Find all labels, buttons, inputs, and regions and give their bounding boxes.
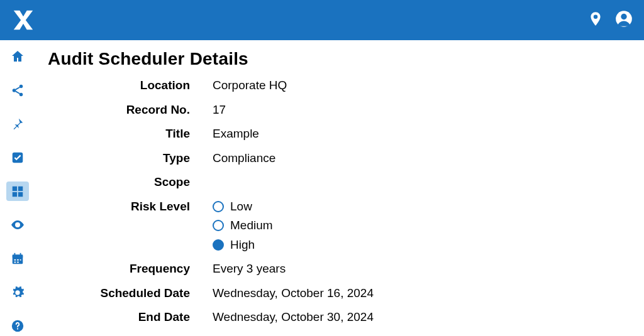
value-title: Example xyxy=(213,125,638,143)
radio-label: Medium xyxy=(230,217,273,235)
radio-icon xyxy=(213,201,224,212)
gear-icon xyxy=(11,286,25,300)
radio-label: High xyxy=(230,236,255,254)
risk-level-option-high[interactable]: High xyxy=(213,236,638,254)
value-type: Compliance xyxy=(213,149,638,168)
home-icon xyxy=(10,49,25,64)
sidebar-item-settings[interactable] xyxy=(6,283,29,303)
svg-rect-7 xyxy=(18,186,23,190)
svg-point-3 xyxy=(13,89,16,92)
label-scope: Scope xyxy=(48,173,190,192)
sidebar-item-grid[interactable] xyxy=(6,182,29,202)
checkbox-icon xyxy=(11,151,25,165)
pin-icon xyxy=(11,117,25,131)
page-title: Audit Scheduler Details xyxy=(48,49,638,69)
risk-level-option-medium[interactable]: Medium xyxy=(213,217,638,235)
sidebar-item-help[interactable] xyxy=(6,316,29,336)
sidebar-item-pin[interactable] xyxy=(6,114,29,134)
sidebar-item-eye[interactable] xyxy=(6,215,29,235)
value-scheduled-date: Wednesday, October 16, 2024 xyxy=(213,285,638,303)
label-end-date: End Date xyxy=(48,308,190,327)
user-account-icon[interactable] xyxy=(615,10,633,30)
radio-label: Low xyxy=(230,198,252,216)
svg-rect-15 xyxy=(17,259,19,261)
label-risk-level: Risk Level xyxy=(48,198,190,254)
sidebar-item-home[interactable] xyxy=(6,46,29,67)
svg-rect-12 xyxy=(14,253,16,256)
value-location: Corporate HQ xyxy=(213,77,638,95)
calendar-icon xyxy=(11,252,25,266)
svg-rect-6 xyxy=(13,186,17,190)
grid-icon xyxy=(11,185,25,198)
value-frequency: Every 3 years xyxy=(213,260,638,278)
app-logo xyxy=(11,8,35,32)
svg-rect-13 xyxy=(20,253,21,256)
risk-level-option-low[interactable]: Low xyxy=(213,198,638,216)
svg-point-2 xyxy=(19,84,23,88)
sidebar-nav xyxy=(0,40,35,336)
svg-rect-14 xyxy=(14,259,16,261)
svg-rect-18 xyxy=(20,259,21,261)
risk-level-options: Low Medium High xyxy=(213,198,638,254)
svg-rect-17 xyxy=(17,261,19,263)
value-scope xyxy=(213,173,638,192)
logo-x-icon xyxy=(11,8,35,32)
eye-icon xyxy=(10,217,25,232)
radio-icon xyxy=(213,220,224,231)
sidebar-item-calendar[interactable] xyxy=(6,249,29,269)
sidebar-item-share[interactable] xyxy=(6,80,29,100)
value-end-date: Wednesday, October 30, 2024 xyxy=(213,308,638,327)
sidebar-item-checkbox[interactable] xyxy=(6,148,29,168)
main-content: Audit Scheduler Details Location Corpora… xyxy=(35,40,644,336)
location-pin-icon[interactable] xyxy=(587,11,604,30)
share-icon xyxy=(11,84,25,97)
details-grid: Location Corporate HQ Record No. 17 Titl… xyxy=(48,77,638,327)
label-title: Title xyxy=(48,125,190,143)
svg-rect-8 xyxy=(13,192,17,196)
label-frequency: Frequency xyxy=(48,260,190,278)
header-actions xyxy=(587,10,633,30)
label-record-no: Record No. xyxy=(48,101,190,119)
svg-point-1 xyxy=(621,14,626,19)
label-location: Location xyxy=(48,77,190,95)
svg-rect-16 xyxy=(14,261,16,263)
svg-point-20 xyxy=(17,328,18,330)
svg-rect-11 xyxy=(13,254,23,257)
app-header xyxy=(0,0,644,40)
radio-icon xyxy=(213,239,224,251)
svg-point-4 xyxy=(19,92,23,96)
label-type: Type xyxy=(48,149,190,168)
label-scheduled-date: Scheduled Date xyxy=(48,285,190,303)
help-icon xyxy=(11,319,25,333)
svg-rect-9 xyxy=(18,192,23,196)
value-record-no: 17 xyxy=(213,101,638,119)
